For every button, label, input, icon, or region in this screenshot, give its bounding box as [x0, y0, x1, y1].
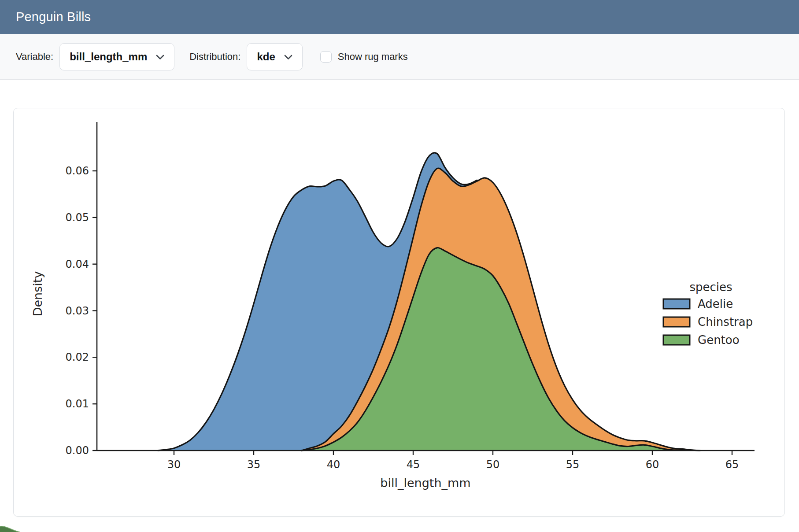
legend-swatch-adelie: [663, 299, 690, 309]
y-tick-label: 0.03: [66, 305, 89, 317]
x-axis-label: bill_length_mm: [380, 476, 470, 490]
page-title: Penguin Bills: [16, 10, 91, 24]
show-rug-label: Show rug marks: [338, 51, 408, 63]
rug-control: Show rug marks: [320, 51, 408, 63]
corner-decoration: [0, 521, 31, 532]
legend-label-chinstrap: Chinstrap: [698, 315, 753, 329]
x-tick-label: 30: [167, 458, 181, 471]
y-tick-label: 0.02: [66, 351, 89, 363]
variable-select[interactable]: bill_length_mm: [59, 43, 174, 70]
legend-title: species: [689, 281, 732, 294]
kde-plot: 30354045505560650.000.010.020.030.040.05…: [14, 108, 784, 516]
legend-swatch-gentoo: [663, 335, 690, 345]
legend: speciesAdelieChinstrapGentoo: [663, 281, 753, 347]
x-tick-label: 55: [566, 458, 580, 471]
app-header: Penguin Bills: [0, 0, 799, 34]
legend-swatch-chinstrap: [663, 317, 690, 327]
y-axis-label: Density: [31, 271, 44, 317]
y-tick-label: 0.05: [66, 211, 89, 224]
y-tick-label: 0.00: [66, 444, 89, 457]
chevron-down-icon: [156, 55, 164, 60]
y-tick-label: 0.06: [66, 165, 89, 177]
variable-select-value: bill_length_mm: [70, 51, 147, 63]
plot-card: 30354045505560650.000.010.020.030.040.05…: [13, 108, 785, 517]
x-tick-label: 60: [646, 458, 659, 471]
x-tick-label: 35: [247, 458, 261, 471]
distribution-label: Distribution:: [189, 51, 240, 63]
legend-label-adelie: Adelie: [698, 297, 733, 310]
chevron-down-icon: [284, 55, 292, 60]
distribution-select-value: kde: [257, 51, 275, 63]
distribution-select[interactable]: kde: [247, 43, 302, 70]
show-rug-checkbox[interactable]: [320, 51, 332, 63]
variable-label: Variable:: [16, 51, 53, 63]
kde-plot-svg: 30354045505560650.000.010.020.030.040.05…: [14, 108, 784, 516]
control-toolbar: Variable: bill_length_mm Distribution: k…: [0, 34, 799, 80]
legend-label-gentoo: Gentoo: [698, 333, 740, 347]
y-tick-label: 0.04: [66, 258, 89, 270]
x-tick-label: 40: [327, 458, 340, 471]
x-tick-label: 65: [725, 458, 739, 471]
x-tick-label: 50: [486, 458, 500, 471]
y-tick-label: 0.01: [66, 398, 89, 410]
x-tick-label: 45: [407, 458, 420, 471]
